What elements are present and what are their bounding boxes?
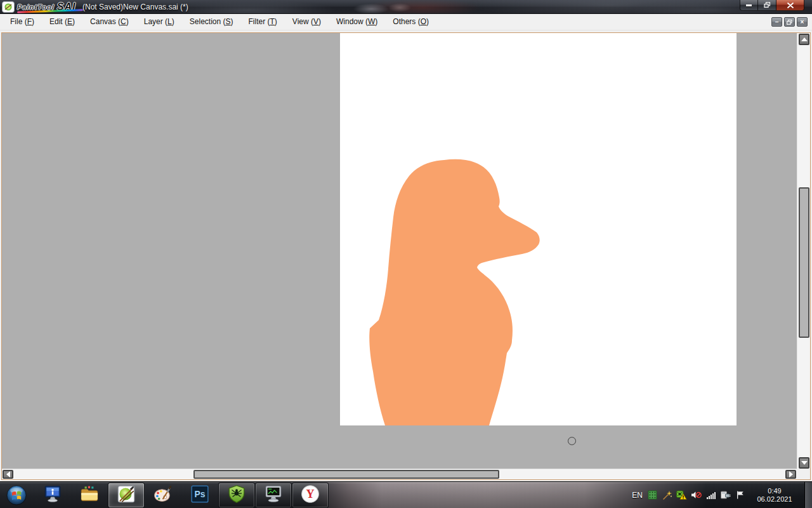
menu-item-selection[interactable]: Selection (S) (182, 15, 241, 29)
start-button[interactable] (5, 484, 28, 507)
menu-item-canvas[interactable]: Canvas (C) (82, 15, 136, 29)
menu-bar: File (F)Edit (E)Canvas (C)Layer (L)Selec… (0, 14, 812, 30)
arrow-left-icon (6, 471, 10, 478)
volume-muted-icon[interactable] (691, 490, 702, 500)
tray-icons (647, 490, 745, 500)
menu-item-filter[interactable]: Filter (T) (241, 15, 285, 29)
clock-time: 0:49 (751, 487, 798, 495)
magic-wand-icon[interactable] (662, 490, 672, 500)
paint-canvas[interactable] (340, 33, 737, 425)
taskbar-button-system-monitor[interactable] (255, 483, 292, 508)
arrow-down-icon (801, 461, 808, 465)
menu-item-window[interactable]: Window (W) (329, 15, 385, 29)
taskbar-button-yandex-browser[interactable]: Y (292, 483, 329, 508)
system-info-icon (43, 485, 62, 506)
app-grid-icon[interactable] (647, 490, 658, 500)
dog-silhouette (369, 159, 539, 425)
menu-item-edit[interactable]: Edit (E) (42, 15, 82, 29)
restore-button[interactable] (758, 0, 776, 11)
document-window-controls: – × (771, 17, 808, 27)
action-center-flag-icon[interactable] (735, 490, 745, 500)
menu-item-others[interactable]: Others (O) (385, 15, 436, 29)
close-icon (787, 3, 794, 8)
scroll-down-button[interactable] (799, 457, 809, 469)
scrollbar-corner (797, 469, 810, 479)
system-tray: EN 0:49 (632, 482, 812, 508)
artwork-layer (340, 33, 737, 425)
photoshop-icon: Ps (190, 485, 209, 506)
doc-close-button[interactable]: × (797, 17, 808, 27)
caption-buttons (740, 0, 804, 11)
taskbar-buttons: Ps Y (34, 483, 329, 508)
window-title: (Not Saved)New Canvas.sai (*) (82, 3, 188, 11)
doc-restore-button[interactable] (784, 17, 795, 27)
taskbar-button-photoshop[interactable]: Ps (181, 483, 218, 508)
horizontal-scroll-thumb[interactable] (193, 470, 499, 479)
arrow-right-icon (789, 471, 793, 478)
menu-item-view[interactable]: View (V) (285, 15, 329, 29)
show-desktop-button[interactable] (804, 482, 812, 508)
dr-web-warning-icon[interactable] (676, 490, 687, 500)
taskbar-button-dr-web[interactable] (218, 483, 255, 508)
sai-leaf-icon (2, 1, 15, 13)
minimize-button[interactable] (740, 0, 758, 11)
doc-restore-icon (787, 20, 792, 25)
scroll-viewport[interactable] (2, 33, 797, 469)
windows-explorer-icon (79, 485, 100, 506)
doc-minimize-button[interactable]: – (771, 17, 782, 27)
vertical-scroll-thumb[interactable] (799, 187, 809, 338)
menu-item-layer[interactable]: Layer (L) (136, 15, 182, 29)
network-signal-icon[interactable] (705, 490, 716, 500)
svg-text:Ps: Ps (194, 489, 205, 499)
document-view (1, 32, 811, 480)
taskbar-button-system-info[interactable] (34, 483, 71, 508)
painttool-sai-icon (117, 485, 136, 506)
menu-item-file[interactable]: File (F) (3, 15, 42, 29)
close-button[interactable] (776, 0, 804, 11)
dr-web-icon (227, 485, 246, 506)
brush-cursor (568, 437, 576, 445)
taskbar-button-paint-palette[interactable] (145, 483, 181, 508)
menu-bar-items: File (F)Edit (E)Canvas (C)Layer (L)Selec… (3, 15, 436, 29)
clock[interactable]: 0:49 06.02.2021 (751, 487, 798, 504)
taskbar: Ps Y EN (0, 481, 812, 508)
scroll-left-button[interactable] (3, 470, 13, 479)
vertical-scrollbar[interactable] (797, 33, 810, 469)
workspace (0, 30, 812, 481)
horizontal-scrollbar[interactable] (2, 469, 797, 479)
minimize-icon (746, 4, 752, 6)
scroll-up-button[interactable] (799, 34, 809, 45)
svg-text:Y: Y (306, 488, 314, 500)
removable-device-icon[interactable] (720, 490, 731, 500)
taskbar-button-windows-explorer[interactable] (71, 483, 108, 508)
clock-date: 06.02.2021 (751, 495, 798, 504)
yandex-browser-icon: Y (300, 484, 320, 507)
language-indicator[interactable]: EN (632, 491, 643, 500)
desktop: PaintTool SAI (Not Saved)New Canvas.sai … (0, 0, 812, 508)
scroll-right-button[interactable] (785, 470, 796, 479)
app-logo: PaintTool SAI (2, 1, 75, 13)
arrow-up-icon (801, 37, 808, 41)
paint-palette-icon (153, 485, 173, 506)
restore-icon (764, 2, 771, 8)
taskbar-button-painttool-sai[interactable] (108, 483, 145, 508)
system-monitor-icon (263, 485, 284, 506)
title-bar[interactable]: PaintTool SAI (Not Saved)New Canvas.sai … (0, 0, 812, 14)
